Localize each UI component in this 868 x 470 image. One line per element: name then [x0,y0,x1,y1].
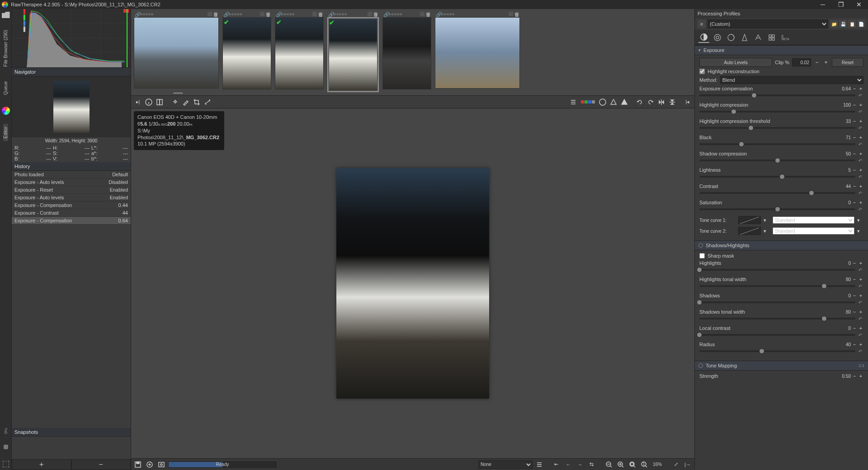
filmstrip-thumb[interactable] [435,17,520,89]
close-button[interactable]: ✕ [850,0,868,9]
slider-highlight-compression[interactable]: Highlight compression−+↶ [699,102,863,115]
trash-icon[interactable]: 🗑 [426,12,430,16]
proc-icon[interactable] [420,12,425,16]
slider-value-input[interactable] [832,119,851,124]
tools-scroll-area[interactable]: ▾ Exposure Auto Levels Clip % − + Reset … [695,45,868,470]
slider-value-input[interactable] [832,151,851,156]
slider-highlights[interactable]: Highlights−+↶ [699,260,863,273]
filmstrip-scrollbar[interactable] [131,92,694,94]
tab-file-browser[interactable]: File Browser (290) [3,27,8,70]
tab-transform-icon[interactable] [753,32,764,43]
panel-toggle-right-icon[interactable]: |◂ [683,97,693,107]
color-wheel-icon[interactable] [2,107,10,115]
slider-highlights-tonal-width[interactable]: Highlights tonal width−+↶ [699,277,863,289]
slider-value-input[interactable] [832,326,851,331]
clip-shadow-icon[interactable] [609,97,618,107]
queue-add-icon[interactable] [145,460,155,470]
tab-detail-icon[interactable] [712,32,723,43]
slider-shadow-compression[interactable]: Shadow compression−+↶ [699,151,863,164]
proc-icon[interactable] [368,12,372,16]
panel-toggle-bottom-icon[interactable]: |→ [683,460,693,470]
zoom-in-icon[interactable] [616,460,626,470]
filmstrip-thumb[interactable]: ✔ [275,17,324,89]
reset-slider-icon[interactable]: ↶ [857,126,863,131]
plus-button[interactable]: + [858,325,863,331]
reset-slider-icon[interactable]: ↶ [857,349,863,354]
plus-button[interactable]: + [858,309,863,315]
plus-button[interactable]: + [858,293,863,298]
history-row[interactable]: Exposure - Contrast44 [12,209,131,217]
softproof-icon[interactable] [598,97,608,107]
filmstrip-thumb[interactable] [382,17,431,89]
slider-black[interactable]: Black−+↶ [699,135,863,147]
minus-button[interactable]: − [852,260,857,266]
slider-contrast[interactable]: Contrast−+↶ [699,183,863,196]
profile-select[interactable]: (Custom) [708,19,828,28]
panel-toggle-left-icon[interactable]: ▸| [133,97,143,107]
slider-value-input[interactable] [832,86,851,91]
reset-slider-icon[interactable]: ↶ [857,142,863,147]
plus-button[interactable]: + [858,167,863,173]
minus-button[interactable]: − [852,200,857,205]
reset-slider-icon[interactable]: ↶ [857,174,863,179]
snapshot-add-button[interactable]: + [12,459,71,470]
plus-button[interactable]: + [858,260,863,266]
history-row[interactable]: Exposure - Auto levelsEnabled [12,194,131,202]
zoom-fit-icon[interactable] [627,460,637,470]
plus-button[interactable]: + [858,86,863,91]
slider-saturation[interactable]: Saturation−+↶ [699,200,863,212]
slider-lightness[interactable]: Lightness−+↶ [699,167,863,180]
rotate-left-icon[interactable] [635,97,645,107]
slider-radius[interactable]: Radius−+↶ [699,342,863,354]
tab-color-icon[interactable] [726,32,736,43]
plus-button[interactable]: + [858,200,863,205]
zoom-out-icon[interactable] [604,460,614,470]
history-row[interactable]: Exposure - Compensation0.44 [12,202,131,209]
chevron-down-icon[interactable]: ▾ [764,228,770,234]
tone-curve-2-mode[interactable]: Standard [773,227,854,235]
nav-sync-icon[interactable]: ⇆ [587,460,597,470]
slider-value-input[interactable] [832,261,851,266]
minus-button[interactable]: − [852,309,857,315]
image-editor-area[interactable]: Canon EOS 40D + Canon 10-20mm f/5.6 1/30… [131,108,694,458]
trash-icon[interactable]: 🗑 [373,12,378,16]
reset-slider-icon[interactable]: ↶ [857,109,863,114]
reset-slider-icon[interactable]: ↶ [857,316,863,321]
chain-icon[interactable]: 🔗 [328,12,333,16]
reset-button[interactable]: Reset [832,58,863,67]
tone-curve-1-preview[interactable] [738,216,761,224]
slider-highlight-compression-threshold[interactable]: Highlight compression threshold−+↶ [699,118,863,131]
clip-input[interactable] [792,58,811,66]
auto-levels-button[interactable]: Auto Levels [699,58,772,67]
clip-minus-button[interactable]: − [814,59,820,66]
crop-icon[interactable] [192,97,202,107]
nav-first-icon[interactable]: ⇤ [552,460,561,470]
detail-window-icon[interactable]: ⤢ [671,460,681,470]
straighten-icon[interactable] [203,97,212,107]
plus-button[interactable]: + [858,277,863,282]
profile-save-icon[interactable]: 💾 [839,20,847,28]
zoom-100-icon[interactable]: 1 [639,460,649,470]
tab-exposure-icon[interactable] [698,32,709,43]
history-row[interactable]: Exposure - ResetEnabled [12,186,131,194]
slider-strength[interactable]: Strength −+ [699,373,863,379]
menu-icon[interactable] [568,97,578,107]
slider-value-input[interactable] [832,135,851,140]
maximize-button[interactable]: ❐ [832,0,850,9]
reset-slider-icon[interactable]: ↶ [857,284,863,289]
nav-prev-icon[interactable]: ← [563,460,573,470]
reset-slider-icon[interactable]: ↶ [857,300,863,305]
snapshot-remove-button[interactable]: − [71,459,131,470]
slider-exposure-compensation[interactable]: Exposure compensation−+↶ [699,86,863,99]
section-exposure-header[interactable]: ▾ Exposure [695,45,868,55]
minus-button[interactable]: − [852,342,857,347]
slider-value-input[interactable] [832,184,851,189]
slider-local-contrast[interactable]: Local contrast−+↶ [699,325,863,338]
tab-editor[interactable]: Editor [3,124,8,141]
slider-value-input[interactable] [832,277,851,282]
plus-button[interactable]: + [858,102,863,108]
flip-h-icon[interactable] [656,97,666,107]
history-row[interactable]: Exposure - Compensation0.64 [12,217,131,225]
proc-icon[interactable] [208,12,212,16]
power-toggle-icon[interactable] [698,243,703,248]
